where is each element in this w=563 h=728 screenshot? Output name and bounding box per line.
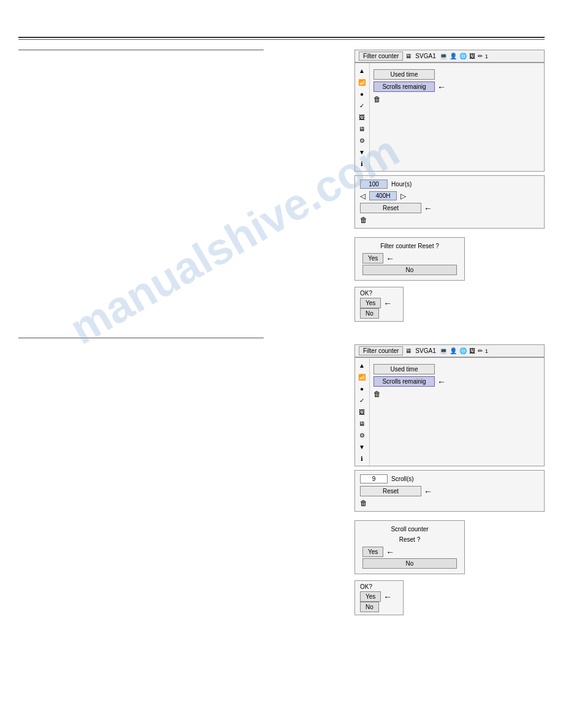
section1-sidebar: ▲ 📶 ● ✓ 🖼 🖥 ⚙ ▼ ℹ [355, 63, 370, 171]
section1-nav-left[interactable]: ◁ [360, 192, 366, 200]
s2-ok-yes-row: Yes ← [360, 591, 398, 602]
section1-topbar: Filter counter 🖥 SVGA1 💻 👤 🌐 🖼 ✏ 1 [354, 50, 545, 63]
topbar-svga-label: SVGA1 [415, 53, 435, 59]
section1-reset-row: Reset ← [360, 203, 539, 213]
section1-menu-area: Used time Scrolls remainig ← 🗑 [373, 69, 540, 104]
s2-scrolls-remaining-row: Scrolls remainig ← [373, 376, 540, 387]
s2-sidebar-icon-wifi[interactable]: 📶 [356, 372, 367, 382]
top-rule-thick [18, 37, 545, 38]
sidebar-icon-check[interactable]: ✓ [356, 100, 367, 110]
s2-sidebar-icon-monitor[interactable]: 🖥 [356, 419, 367, 428]
s2-ok-yes-arrow: ← [383, 592, 392, 602]
s2-sidebar-icon-up[interactable]: ▲ [356, 360, 367, 370]
section2-confirm-dialog: Scroll counter Reset ? Yes ← No [354, 520, 465, 574]
filter-counter-button-2[interactable]: Filter counter [359, 346, 403, 355]
sidebar-icon-gear[interactable]: ⚙ [356, 135, 367, 145]
used-time-btn[interactable]: Used time [373, 69, 435, 80]
section1-ok-yes-btn[interactable]: Yes [360, 298, 381, 308]
s2-ok-no-btn[interactable]: No [360, 602, 379, 612]
s2-value-display: 9 [360, 474, 388, 483]
sidebar-icon-down[interactable]: ▼ [356, 147, 367, 157]
section2-confirm-title2: Reset ? [362, 536, 457, 543]
s2-yes-row: Yes ← [362, 547, 457, 557]
s2-trash1[interactable]: 🗑 [373, 390, 540, 398]
s2-reset-arrow: ← [424, 487, 432, 496]
used-time-row: Used time [373, 69, 540, 80]
section2-topbar: Filter counter 🖥 SVGA1 💻 👤 🌐 🖼 ✏ 1 [354, 344, 545, 357]
sidebar-icon-wifi[interactable]: 📶 [356, 77, 367, 87]
s2-ok-yes-btn[interactable]: Yes [360, 591, 381, 602]
section1-confirm-title: Filter counter Reset ? [362, 243, 457, 249]
section2-ui-panel: Filter counter 🖥 SVGA1 💻 👤 🌐 🖼 ✏ 1 ▲ 📶 ●… [354, 344, 545, 615]
section1-ui-panel: Filter counter 🖥 SVGA1 💻 👤 🌐 🖼 ✏ 1 ▲ 📶 ●… [354, 50, 545, 322]
s2-yes-btn[interactable]: Yes [362, 547, 383, 557]
section1-ok-yes-row: Yes ← [360, 298, 398, 308]
topbar-icon-monitor: 🖥 [405, 53, 412, 59]
section1-main-panel: ▲ 📶 ● ✓ 🖼 🖥 ⚙ ▼ ℹ Used time [354, 63, 545, 172]
s2-sidebar-icon-down[interactable]: ▼ [356, 442, 367, 452]
section2-topbar-icon-person: 👤 [450, 347, 457, 354]
topbar-icon-pencil: ✏ [478, 53, 483, 59]
section1-trash2[interactable]: 🗑 [360, 216, 539, 224]
section1-ok-yes-arrow: ← [383, 298, 392, 308]
section1-ok-dialog: OK? Yes ← No [354, 287, 404, 322]
s2-unit-label: Scroll(s) [391, 476, 414, 482]
s2-scrolls-remaining-btn[interactable]: Scrolls remainig [373, 376, 435, 387]
section2-panel-content: Used time Scrolls remainig ← 🗑 [370, 358, 544, 466]
sidebar-icon-circle[interactable]: ● [356, 89, 367, 99]
section1-confirm-dialog: Filter counter Reset ? Yes ← No [354, 237, 465, 281]
section2-topbar-icon-image: 🖼 [469, 347, 475, 354]
section1-sub-panel: 100 Hour(s) ◁ 400H ▷ Reset ← 🗑 [354, 175, 545, 229]
scrolls-remaining-row: Scrolls remainig ← [373, 82, 540, 92]
sidebar-icon-img[interactable]: 🖼 [356, 112, 367, 122]
s2-used-time-btn[interactable]: Used time [373, 364, 435, 374]
section2-confirm-title1: Scroll counter [362, 526, 457, 533]
section-2: Filter counter 🖥 SVGA1 💻 👤 🌐 🖼 ✏ 1 ▲ 📶 ●… [18, 344, 545, 626]
s2-sidebar-icon-gear[interactable]: ⚙ [356, 430, 367, 440]
s2-yes-arrow: ← [386, 547, 394, 557]
section1-yes-row: Yes ← [362, 253, 457, 264]
s2-sidebar-icon-check[interactable]: ✓ [356, 395, 367, 405]
scrolls-remaining-btn[interactable]: Scrolls remainig [373, 82, 435, 92]
section2-sidebar: ▲ 📶 ● ✓ 🖼 🖥 ⚙ ▼ ℹ [355, 358, 370, 466]
section1-confirm-btns: Yes ← No [362, 253, 457, 275]
s2-no-btn[interactable]: No [362, 558, 457, 569]
s2-trash2[interactable]: 🗑 [360, 499, 539, 507]
topbar-icon-person: 👤 [450, 53, 457, 59]
sidebar-icon-up[interactable]: ▲ [356, 66, 367, 75]
topbar-icon-image: 🖼 [469, 53, 475, 59]
section1-ok-no-btn[interactable]: No [360, 308, 379, 319]
s2-used-time-row: Used time [373, 364, 540, 374]
section1-panel-content: Used time Scrolls remainig ← 🗑 [370, 63, 544, 171]
section2-topbar-icon-monitor: 🖥 [405, 347, 412, 354]
filter-counter-button-1[interactable]: Filter counter [359, 51, 403, 61]
scrolls-remaining-arrow: ← [437, 82, 446, 92]
s2-sidebar-icon-circle[interactable]: ● [356, 384, 367, 393]
sidebar-icon-info[interactable]: ℹ [356, 159, 367, 169]
sidebar-icon-monitor2[interactable]: 🖥 [356, 124, 367, 134]
section1-reset-btn[interactable]: Reset [360, 203, 421, 213]
section1-yes-btn[interactable]: Yes [362, 253, 383, 264]
section1-trash1[interactable]: 🗑 [373, 95, 540, 104]
section1-reset-arrow: ← [424, 203, 432, 213]
section2-ok-dialog: OK? Yes ← No [354, 580, 404, 615]
s2-sidebar-icon-info[interactable]: ℹ [356, 453, 367, 463]
section1-no-btn[interactable]: No [362, 265, 457, 275]
section-1: Filter counter 🖥 SVGA1 💻 👤 🌐 🖼 ✏ 1 ▲ 📶 ●… [18, 50, 545, 332]
section2-topbar-icon-network: 🌐 [459, 347, 467, 354]
section1-divider [18, 50, 264, 50]
section2-menu-area: Used time Scrolls remainig ← 🗑 [373, 364, 540, 398]
section1-value-row: 100 Hour(s) [360, 180, 539, 189]
section1-nav-right[interactable]: ▷ [400, 192, 406, 200]
section2-sub-panel: 9 Scroll(s) Reset ← 🗑 [354, 470, 545, 512]
section1-input-value[interactable]: 400H [369, 191, 397, 200]
section2-topbar-svga-label: SVGA1 [415, 347, 435, 354]
topbar-icon-network: 🌐 [459, 53, 467, 59]
section2-topbar-icon-pencil: ✏ [478, 347, 483, 354]
s2-reset-btn[interactable]: Reset [360, 486, 421, 496]
section1-yes-arrow: ← [386, 254, 394, 264]
section1-value-display: 100 [360, 180, 388, 189]
s2-reset-row: Reset ← [360, 486, 539, 496]
s2-sidebar-icon-img[interactable]: 🖼 [356, 407, 367, 417]
section2-confirm-btns: Yes ← No [362, 547, 457, 569]
